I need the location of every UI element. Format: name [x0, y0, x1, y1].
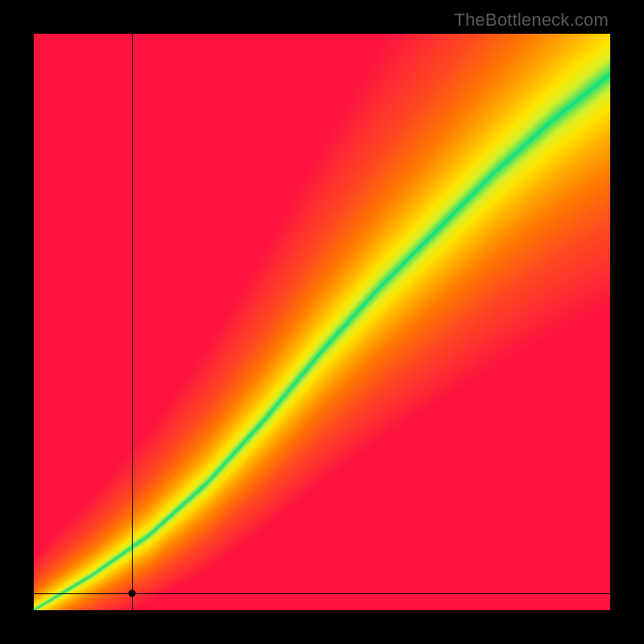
watermark-label: TheBottleneck.com [454, 10, 609, 31]
crosshair-horizontal [34, 593, 610, 594]
crosshair-vertical [132, 34, 133, 610]
crosshair-dot [128, 589, 135, 597]
plot-area [34, 34, 610, 610]
bottleneck-heatmap [34, 34, 610, 610]
chart-frame: TheBottleneck.com [0, 0, 644, 644]
